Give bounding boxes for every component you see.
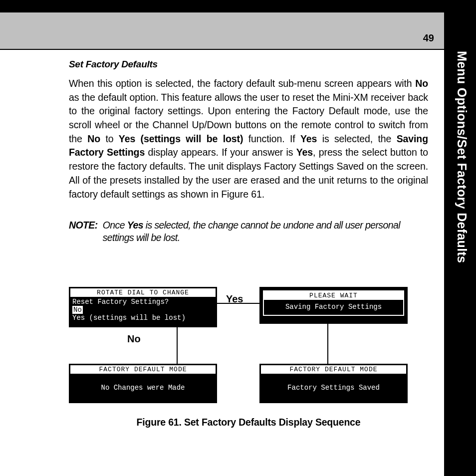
text-bold: Yes (settings will be lost) bbox=[119, 133, 243, 144]
lcd-title: ROTATE DIAL TO CHANGE bbox=[70, 288, 216, 297]
text-bold: Yes bbox=[296, 147, 313, 158]
text-run: is selected, the bbox=[317, 133, 396, 144]
lcd-line: Reset Factory Settings? bbox=[72, 298, 214, 306]
lcd-screen-3: FACTORY DEFAULT MODE No Changes were Mad… bbox=[69, 364, 217, 403]
figure-caption: Figure 61. Set Factory Defaults Display … bbox=[69, 417, 428, 428]
text-run: is selected, the change cannot be undone… bbox=[143, 220, 400, 231]
text-run: to bbox=[100, 133, 119, 144]
text-run: display appears. If your answer is bbox=[145, 147, 296, 158]
top-black-bar bbox=[0, 0, 444, 12]
note-block: NOTE: Once Yes is selected, the change c… bbox=[69, 219, 428, 243]
lcd-selected-option: No bbox=[72, 306, 83, 314]
text-bold: Yes bbox=[300, 133, 317, 144]
page-number: 49 bbox=[423, 32, 434, 44]
lcd-title: FACTORY DEFAULT MODE bbox=[70, 365, 216, 374]
lcd-body: No Changes were Made bbox=[70, 374, 216, 402]
note-label: NOTE: bbox=[69, 219, 98, 243]
connector-line bbox=[327, 324, 328, 364]
top-grey-banner: 49 bbox=[0, 12, 444, 50]
section-tab: Menu Options/Set Factory Defaults bbox=[444, 0, 476, 476]
lcd-inner-title: PLEASE WAIT bbox=[264, 291, 403, 300]
text-bold: Yes bbox=[127, 220, 143, 231]
figure-diagram: ROTATE DIAL TO CHANGE Reset Factory Sett… bbox=[69, 287, 428, 437]
lcd-inner: PLEASE WAIT Saving Factory Settings bbox=[263, 290, 404, 316]
lcd-body: Reset Factory Settings? No Yes (settings… bbox=[70, 297, 216, 326]
lcd-body: Factory Settings Saved bbox=[261, 374, 406, 402]
manual-page: 49 Menu Options/Set Factory Defaults Set… bbox=[0, 0, 476, 476]
body-paragraph: When this option is selected, the factor… bbox=[69, 77, 428, 201]
lcd-screen-2: PLEASE WAIT Saving Factory Settings bbox=[259, 287, 408, 324]
body-content: Set Factory Defaults When this option is… bbox=[69, 59, 428, 243]
section-heading: Set Factory Defaults bbox=[69, 59, 428, 70]
note-line-2: settings will be lost. bbox=[103, 232, 428, 243]
lcd-screen-4: FACTORY DEFAULT MODE Factory Settings Sa… bbox=[259, 364, 408, 403]
text-run: When this option is selected, the factor… bbox=[69, 78, 415, 89]
connector-line bbox=[177, 324, 178, 364]
lcd-inner-body: Saving Factory Settings bbox=[264, 300, 403, 315]
text-run: function. If bbox=[243, 133, 300, 144]
text-bold: No bbox=[87, 133, 100, 144]
text-bold: No bbox=[415, 78, 428, 89]
section-tab-label: Menu Options/Set Factory Defaults bbox=[455, 51, 469, 263]
lcd-line: Yes (settings will be lost) bbox=[72, 314, 214, 322]
flow-label-yes: Yes bbox=[226, 293, 243, 305]
flow-label-no: No bbox=[127, 333, 141, 345]
lcd-title: FACTORY DEFAULT MODE bbox=[261, 365, 406, 374]
note-text: Once Yes is selected, the change cannot … bbox=[103, 219, 428, 243]
lcd-line: No bbox=[72, 306, 214, 314]
lcd-screen-1: ROTATE DIAL TO CHANGE Reset Factory Sett… bbox=[69, 287, 217, 327]
text-run: Once bbox=[103, 220, 127, 231]
